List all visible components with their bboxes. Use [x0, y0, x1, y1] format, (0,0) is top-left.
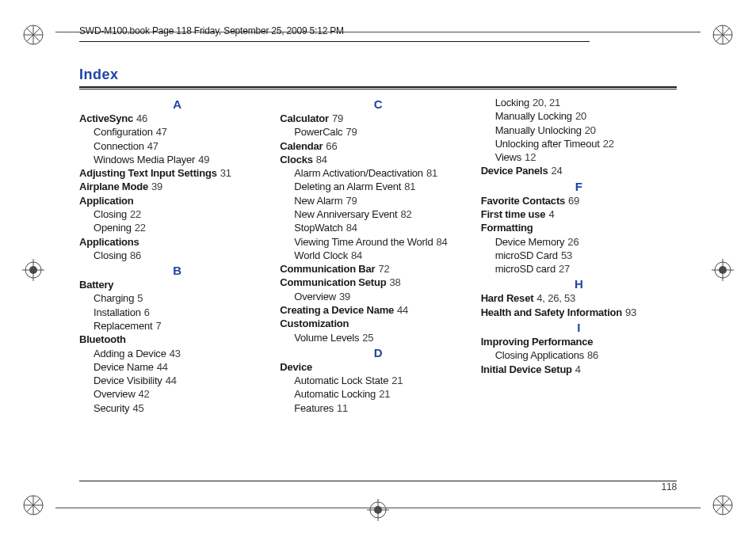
- crop-mark-mid-right: [712, 259, 734, 281]
- index-subterm: Volume Levels: [294, 331, 359, 344]
- index-entry: Calculator79: [280, 112, 475, 125]
- index-page-ref: 42: [139, 387, 150, 401]
- index-entry: Improving Performance: [481, 335, 677, 348]
- index-subterm: Device Memory: [495, 235, 565, 249]
- index-page-ref: 4: [575, 363, 581, 376]
- index-page-ref: 20: [575, 109, 586, 123]
- index-subterm: New Alarm: [294, 194, 342, 207]
- index-term: Communication Bar: [280, 262, 375, 276]
- index-page-ref: 84: [346, 221, 357, 234]
- index-subentry: Unlocking after Timeout22: [481, 137, 677, 150]
- index-term: Airplane Mode: [79, 180, 148, 193]
- index-entry: Health and Safety Information93: [481, 306, 677, 319]
- crop-mark-mid-left: [22, 259, 44, 281]
- index-page-ref: 72: [378, 262, 389, 276]
- crop-mark-bottom-left: [22, 494, 44, 516]
- index-subentry: New Alarm79: [280, 194, 475, 207]
- index-page-ref: 69: [568, 194, 579, 207]
- index-page-ref: 22: [130, 207, 141, 221]
- index-subentry: Adding a Device43: [79, 347, 275, 360]
- index-term: Hard Reset: [481, 291, 534, 305]
- index-columns: AActiveSync46Configuration47Connection47…: [79, 96, 677, 415]
- index-entry: Adjusting Text Input Settings31: [79, 166, 275, 180]
- index-page-ref: 27: [559, 262, 570, 276]
- index-page-ref: 79: [346, 194, 357, 207]
- index-column: Locking20, 21Manually Locking20Manually …: [481, 96, 677, 415]
- index-entry: Communication Bar72: [280, 262, 475, 276]
- index-subentry: Overview39: [280, 290, 475, 303]
- index-subentry: Manually Unlocking20: [481, 124, 677, 137]
- index-subentry: Replacement7: [79, 319, 275, 333]
- index-entry: Creating a Device Name44: [280, 303, 475, 317]
- index-page-ref: 86: [130, 249, 141, 262]
- index-subentry: Device Memory26: [481, 235, 677, 249]
- index-subterm: Automatic Locking: [294, 387, 376, 401]
- index-subterm: Connection: [94, 139, 144, 153]
- index-subentry: Opening22: [79, 221, 275, 234]
- index-page-ref: 84: [351, 249, 362, 262]
- index-subentry: New Anniversary Event82: [280, 207, 475, 221]
- index-page-ref: 43: [170, 347, 181, 360]
- index-subterm: Security: [94, 401, 129, 415]
- index-subentry: microSD Card53: [481, 249, 677, 262]
- index-term: Device: [280, 360, 312, 374]
- index-page-ref: 44: [397, 303, 408, 317]
- index-page-ref: 24: [552, 164, 563, 177]
- index-term: Favorite Contacts: [481, 194, 565, 207]
- index-term: Device Panels: [481, 164, 548, 177]
- index-subterm: Overview: [294, 290, 336, 303]
- index-entry: Bluetooth: [79, 333, 275, 346]
- index-page-ref: 79: [346, 125, 357, 139]
- index-subentry: Closing86: [79, 249, 275, 262]
- index-subterm: Windows Media Player: [94, 153, 195, 166]
- index-entry: First time use4: [481, 207, 677, 221]
- index-subterm: Alarm Activation/Deactivation: [294, 166, 423, 180]
- index-entry: Communication Setup38: [280, 276, 475, 289]
- index-page-ref: 20: [585, 124, 596, 137]
- index-page-ref: 86: [587, 348, 598, 362]
- index-subterm: Views: [495, 150, 521, 164]
- index-term: Clocks: [280, 153, 312, 166]
- index-page-ref: 82: [401, 207, 412, 221]
- index-subentry: Connection47: [79, 139, 275, 153]
- index-subterm: Opening: [94, 221, 132, 234]
- index-page-ref: 20, 21: [533, 96, 560, 109]
- index-subterm: Replacement: [94, 319, 152, 333]
- index-subterm: Device Name: [94, 360, 154, 374]
- crop-mark-top-left: [22, 24, 44, 46]
- index-term: Application: [79, 194, 134, 207]
- index-subterm: Viewing Time Around the World: [294, 235, 433, 249]
- index-subterm: Installation: [94, 306, 141, 319]
- index-page-ref: 6: [144, 306, 150, 319]
- index-subentry: Installation6: [79, 306, 275, 319]
- index-page-ref: 7: [155, 319, 161, 333]
- index-column: CCalculator79PowerCalc79Calendar66Clocks…: [280, 96, 475, 415]
- index-entry: Battery: [79, 278, 275, 291]
- index-entry: Applications: [79, 235, 275, 249]
- index-subterm: Device Visibility: [94, 374, 162, 387]
- index-subterm: Automatic Lock State: [294, 374, 388, 387]
- index-page-ref: 44: [157, 360, 168, 374]
- index-subentry: Windows Media Player49: [79, 153, 275, 166]
- index-page-ref: 26: [567, 235, 578, 249]
- index-page-ref: 12: [525, 150, 536, 164]
- index-subentry: Deleting an Alarm Event81: [280, 180, 475, 193]
- index-section-letter: D: [280, 346, 475, 360]
- index-page-ref: 4, 26, 53: [536, 291, 575, 305]
- index-page-ref: 5: [137, 291, 143, 305]
- index-page-ref: 38: [389, 276, 400, 289]
- index-page-ref: 93: [625, 306, 636, 319]
- index-section-letter: I: [481, 321, 677, 335]
- index-section-letter: H: [481, 277, 677, 291]
- index-page-ref: 44: [166, 374, 177, 387]
- index-entry: Clocks84: [280, 153, 475, 166]
- index-term: ActiveSync: [79, 112, 133, 125]
- index-page-ref: 45: [132, 401, 143, 415]
- index-section-letter: B: [79, 264, 275, 278]
- index-page-ref: 11: [337, 401, 348, 415]
- index-page-ref: 81: [426, 166, 437, 180]
- index-section-letter: A: [79, 97, 275, 112]
- index-subterm: Charging: [94, 291, 134, 305]
- index-page-ref: 39: [339, 290, 350, 303]
- index-entry: Hard Reset4, 26, 53: [481, 291, 677, 305]
